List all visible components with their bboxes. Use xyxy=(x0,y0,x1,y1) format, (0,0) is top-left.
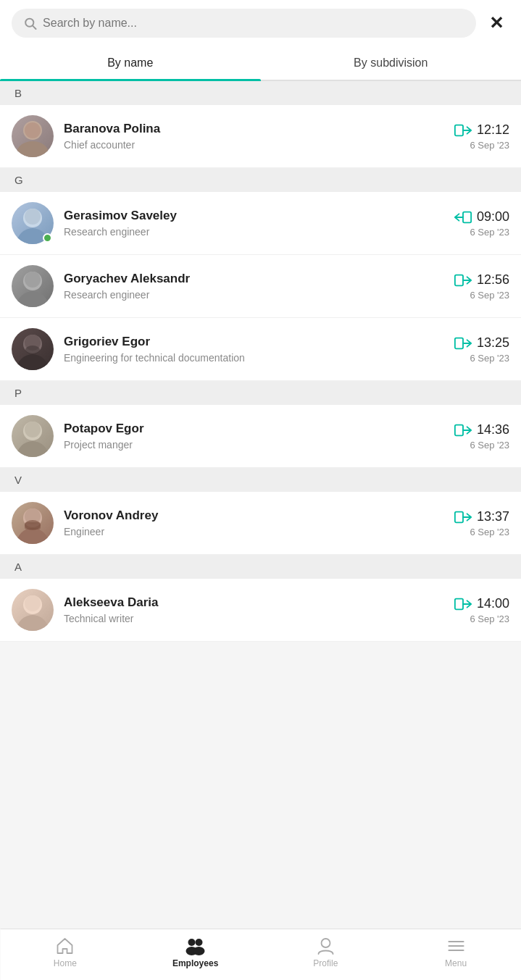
time-date-goryachev: 6 Sep '23 xyxy=(470,290,509,301)
time-value-grigoriev: 13:25 xyxy=(477,335,509,351)
section-g-list: Gerasimov Saveley Research engineer 09:0… xyxy=(0,192,521,381)
svg-point-31 xyxy=(25,595,41,611)
svg-point-23 xyxy=(17,528,49,544)
nav-label-employees: Employees xyxy=(172,958,218,968)
checkout-icon-alekseeva xyxy=(454,596,472,612)
employee-role-grigoriev: Engineering for technical documentation xyxy=(64,352,454,364)
avatar-wrapper-baranova xyxy=(12,115,54,157)
avatar-voronov xyxy=(12,502,54,544)
home-icon xyxy=(56,937,75,955)
time-value-goryachev: 12:56 xyxy=(477,272,509,288)
check-time-alekseeva: 14:00 6 Sep '23 xyxy=(454,596,509,624)
nav-item-employees[interactable]: Employees xyxy=(130,937,261,968)
avatar-wrapper-gerasimov xyxy=(12,202,54,244)
section-header-b: B xyxy=(0,81,521,105)
svg-line-1 xyxy=(33,26,36,29)
svg-point-19 xyxy=(17,441,49,457)
employee-item-gerasimov[interactable]: Gerasimov Saveley Research engineer 09:0… xyxy=(0,192,521,255)
time-date-potapov: 6 Sep '23 xyxy=(470,440,509,451)
checkout-icon-baranova xyxy=(454,122,472,138)
online-indicator-gerasimov xyxy=(43,233,52,243)
employee-item-baranova[interactable]: Baranova Polina Chief accounter 12:12 6 … xyxy=(0,105,521,168)
employee-role-baranova: Chief accounter xyxy=(64,139,454,151)
section-p-list: Potapov Egor Project manger 14:36 6 Sep … xyxy=(0,405,521,468)
bottom-nav: Home Employees Profile Menu xyxy=(0,929,521,980)
time-value-baranova: 12:12 xyxy=(477,122,509,138)
svg-rect-13 xyxy=(455,275,463,285)
svg-rect-32 xyxy=(455,598,463,609)
checkin-icon-gerasimov xyxy=(454,209,472,225)
svg-point-4 xyxy=(25,122,41,138)
svg-rect-22 xyxy=(455,424,463,435)
tab-by-name[interactable]: By name xyxy=(0,46,261,80)
section-header-g: G xyxy=(0,168,521,192)
avatar-baranova xyxy=(12,115,54,157)
employee-info-gerasimov: Gerasimov Saveley Research engineer xyxy=(64,209,454,238)
nav-label-menu: Menu xyxy=(445,958,467,968)
nav-label-profile: Profile xyxy=(313,958,338,968)
section-a-list: Alekseeva Daria Technical writer 14:00 6… xyxy=(0,579,521,642)
search-icon xyxy=(23,16,37,30)
search-input-wrapper[interactable] xyxy=(12,9,476,38)
svg-point-12 xyxy=(25,272,41,288)
tab-by-subdivision[interactable]: By subdivision xyxy=(261,46,522,80)
svg-rect-5 xyxy=(455,125,463,135)
employee-item-alekseeva[interactable]: Alekseeva Daria Technical writer 14:00 6… xyxy=(0,579,521,642)
employee-info-potapov: Potapov Egor Project manger xyxy=(64,422,454,451)
time-value-potapov: 14:36 xyxy=(477,422,509,437)
time-value-voronov: 13:37 xyxy=(477,509,509,524)
search-input[interactable] xyxy=(43,17,464,30)
employee-item-potapov[interactable]: Potapov Egor Project manger 14:36 6 Sep … xyxy=(0,405,521,468)
svg-point-17 xyxy=(25,345,40,354)
employee-item-goryachev[interactable]: Goryachev Aleksandr Research engineer 12… xyxy=(0,255,521,318)
employee-name-grigoriev: Grigoriev Egor xyxy=(64,335,454,349)
avatar-alekseeva xyxy=(12,589,54,631)
check-time-baranova: 12:12 6 Sep '23 xyxy=(454,122,509,151)
avatar-wrapper-alekseeva xyxy=(12,589,54,631)
employee-name-goryachev: Goryachev Aleksandr xyxy=(64,272,454,286)
svg-point-36 xyxy=(193,947,205,955)
avatar-wrapper-potapov xyxy=(12,415,54,457)
avatar-potapov xyxy=(12,415,54,457)
time-value-gerasimov: 09:00 xyxy=(477,209,509,225)
nav-item-profile[interactable]: Profile xyxy=(261,937,391,968)
employee-list-container: B Baranova Polina Chief accounter xyxy=(0,81,521,700)
employee-role-goryachev: Research engineer xyxy=(64,289,454,301)
svg-point-3 xyxy=(17,141,49,157)
employees-icon xyxy=(185,937,207,955)
svg-rect-18 xyxy=(455,338,463,348)
employee-role-alekseeva: Technical writer xyxy=(64,613,454,624)
section-header-v: V xyxy=(0,468,521,492)
check-time-voronov: 13:37 6 Sep '23 xyxy=(454,509,509,537)
employee-role-gerasimov: Research engineer xyxy=(64,226,454,238)
employee-name-potapov: Potapov Egor xyxy=(64,422,454,436)
svg-point-10 xyxy=(17,291,49,307)
svg-point-8 xyxy=(25,209,41,225)
svg-rect-28 xyxy=(455,511,463,522)
section-v-list: Voronov Andrey Engineer 13:37 6 Sep '23 xyxy=(0,492,521,555)
time-date-baranova: 6 Sep '23 xyxy=(470,140,509,151)
search-bar: ✕ xyxy=(0,0,521,46)
avatar-wrapper-grigoriev xyxy=(12,328,54,370)
section-header-p: P xyxy=(0,381,521,405)
menu-icon xyxy=(446,937,465,955)
tabs-bar: By name By subdivision xyxy=(0,46,521,81)
nav-item-home[interactable]: Home xyxy=(0,937,130,968)
employee-name-gerasimov: Gerasimov Saveley xyxy=(64,209,454,223)
checkout-icon-goryachev xyxy=(454,272,472,288)
employee-item-grigoriev[interactable]: Grigoriev Egor Engineering for technical… xyxy=(0,318,521,381)
employee-name-alekseeva: Alekseeva Daria xyxy=(64,595,454,610)
employee-item-voronov[interactable]: Voronov Andrey Engineer 13:37 6 Sep '23 xyxy=(0,492,521,555)
nav-item-menu[interactable]: Menu xyxy=(391,937,521,968)
section-b-list: Baranova Polina Chief accounter 12:12 6 … xyxy=(0,105,521,168)
employee-role-voronov: Engineer xyxy=(64,526,454,537)
check-time-grigoriev: 13:25 6 Sep '23 xyxy=(454,335,509,364)
employee-name-baranova: Baranova Polina xyxy=(64,122,454,136)
svg-point-37 xyxy=(321,939,330,947)
svg-point-34 xyxy=(196,939,203,946)
check-time-potapov: 14:36 6 Sep '23 xyxy=(454,422,509,451)
svg-point-14 xyxy=(17,354,49,370)
close-button[interactable]: ✕ xyxy=(483,10,509,36)
employee-info-voronov: Voronov Andrey Engineer xyxy=(64,508,454,537)
check-time-gerasimov: 09:00 6 Sep '23 xyxy=(454,209,509,238)
